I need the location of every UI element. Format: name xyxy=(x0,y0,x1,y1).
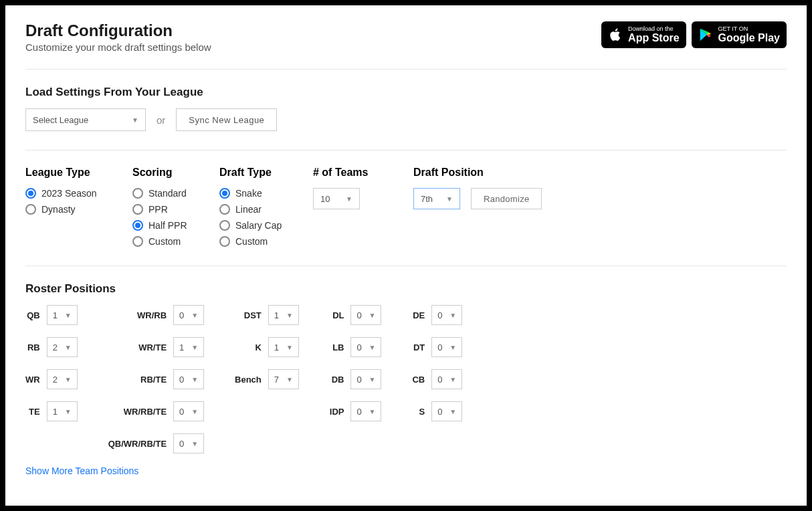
roster-select[interactable]: 2▼ xyxy=(47,337,78,357)
draft-type-option[interactable]: Snake xyxy=(219,188,293,199)
roster-label: WR/RB/TE xyxy=(124,407,167,417)
roster-select[interactable]: 7▼ xyxy=(268,369,299,389)
select-league-dropdown[interactable]: Select League ▼ xyxy=(25,108,146,131)
roster-select[interactable]: 0▼ xyxy=(431,369,462,389)
num-teams-title: # of Teams xyxy=(313,167,393,179)
draft-position-select[interactable]: 7th ▼ xyxy=(413,188,460,209)
appstore-small-text: Download on the xyxy=(628,26,679,32)
appstore-big-text: App Store xyxy=(628,32,679,44)
chevron-down-icon: ▼ xyxy=(286,376,293,383)
draft-position-col: Draft Position 7th ▼ Randomize xyxy=(413,150,542,247)
roster-select[interactable]: 1▼ xyxy=(47,305,78,325)
radio-icon xyxy=(219,188,230,199)
roster-select[interactable]: 0▼ xyxy=(350,305,381,325)
roster-item: CB0▼ xyxy=(412,369,462,389)
roster-label: CB xyxy=(412,375,425,385)
radio-icon xyxy=(25,204,36,215)
roster-label: WR xyxy=(25,375,40,385)
chevron-down-icon: ▼ xyxy=(369,312,376,319)
roster-select[interactable]: 0▼ xyxy=(173,305,204,325)
radio-label: Dynasty xyxy=(41,204,76,215)
roster-column: DL0▼LB0▼DB0▼IDP0▼ xyxy=(330,305,382,453)
radio-icon xyxy=(219,220,230,231)
randomize-button[interactable]: Randomize xyxy=(471,188,542,209)
draft-type-option[interactable]: Custom xyxy=(219,236,293,247)
roster-item: DL0▼ xyxy=(330,305,382,325)
roster-item: S0▼ xyxy=(412,401,462,421)
roster-column: DE0▼DT0▼CB0▼S0▼ xyxy=(412,305,462,453)
roster-label: DST xyxy=(244,310,262,320)
roster-label: RB xyxy=(27,342,40,352)
draft-position-title: Draft Position xyxy=(413,167,542,179)
roster-select[interactable]: 0▼ xyxy=(431,305,462,325)
draft-type-title: Draft Type xyxy=(219,167,293,179)
or-separator: or xyxy=(157,114,165,126)
roster-item: DB0▼ xyxy=(330,369,382,389)
chevron-down-icon: ▼ xyxy=(449,344,456,351)
load-settings-title: Load Settings From Your League xyxy=(25,86,787,99)
draft-type-option[interactable]: Salary Cap xyxy=(219,220,293,231)
roster-label: DL xyxy=(332,310,344,320)
roster-select[interactable]: 0▼ xyxy=(431,337,462,357)
roster-label: DB xyxy=(332,375,344,385)
sync-new-league-button[interactable]: Sync New League xyxy=(176,108,277,131)
roster-item: WR/TE1▼ xyxy=(108,337,204,357)
scoring-option[interactable]: Standard xyxy=(132,188,199,199)
chevron-down-icon: ▼ xyxy=(191,312,198,319)
app-badges: Download on the App Store GET IT ON Goog… xyxy=(601,21,787,48)
league-type-col: League Type 2023 SeasonDynasty xyxy=(25,150,112,247)
league-type-option[interactable]: 2023 Season xyxy=(25,188,112,199)
roster-select[interactable]: 0▼ xyxy=(431,401,462,421)
roster-column: QB1▼RB2▼WR2▼TE1▼ xyxy=(25,305,78,453)
league-type-option[interactable]: Dynasty xyxy=(25,204,112,215)
google-play-badge[interactable]: GET IT ON Google Play xyxy=(692,21,787,48)
roster-item: IDP0▼ xyxy=(330,401,382,421)
roster-item: DE0▼ xyxy=(412,305,462,325)
chevron-down-icon: ▼ xyxy=(369,376,376,383)
roster-label: TE xyxy=(29,407,40,417)
roster-select[interactable]: 0▼ xyxy=(173,369,204,389)
draft-type-option[interactable]: Linear xyxy=(219,204,293,215)
scoring-option[interactable]: Half PPR xyxy=(132,220,199,231)
scoring-option[interactable]: PPR xyxy=(132,204,199,215)
roster-title: Roster Positions xyxy=(25,282,787,296)
radio-label: Snake xyxy=(235,188,262,199)
load-settings-section: Load Settings From Your League Select Le… xyxy=(25,86,787,150)
header-text: Draft Configuration Customize your mock … xyxy=(25,21,211,53)
chevron-down-icon: ▼ xyxy=(132,116,138,124)
apple-icon xyxy=(608,27,623,42)
chevron-down-icon: ▼ xyxy=(191,408,198,415)
roster-label: Bench xyxy=(235,375,262,385)
show-more-positions-link[interactable]: Show More Team Positions xyxy=(25,466,138,476)
roster-select[interactable]: 2▼ xyxy=(47,369,78,389)
roster-item: TE1▼ xyxy=(25,401,78,421)
roster-item: WR/RB0▼ xyxy=(108,305,204,325)
roster-select[interactable]: 1▼ xyxy=(268,305,299,325)
roster-select[interactable]: 0▼ xyxy=(350,337,381,357)
roster-select[interactable]: 1▼ xyxy=(47,401,78,421)
roster-select[interactable]: 1▼ xyxy=(268,337,299,357)
chevron-down-icon: ▼ xyxy=(191,344,198,351)
roster-label: IDP xyxy=(330,407,344,417)
scoring-option[interactable]: Custom xyxy=(132,236,199,247)
roster-select[interactable]: 0▼ xyxy=(173,433,204,453)
radio-label: Salary Cap xyxy=(235,220,282,231)
roster-column: DST1▼K1▼Bench7▼ xyxy=(235,305,299,453)
radio-icon xyxy=(132,204,143,215)
roster-select[interactable]: 0▼ xyxy=(350,369,381,389)
draft-type-col: Draft Type SnakeLinearSalary CapCustom xyxy=(219,150,293,247)
roster-label: RB/TE xyxy=(140,375,167,385)
roster-select[interactable]: 0▼ xyxy=(173,401,204,421)
select-league-placeholder: Select League xyxy=(33,115,88,125)
roster-label: K xyxy=(255,342,261,352)
chevron-down-icon: ▼ xyxy=(446,195,453,203)
roster-label: S xyxy=(419,407,425,417)
chevron-down-icon: ▼ xyxy=(65,376,72,383)
roster-select[interactable]: 1▼ xyxy=(173,337,204,357)
radio-label: Linear xyxy=(235,204,262,215)
roster-item: RB/TE0▼ xyxy=(108,369,204,389)
scoring-title: Scoring xyxy=(132,167,199,179)
app-store-badge[interactable]: Download on the App Store xyxy=(601,21,686,48)
num-teams-select[interactable]: 10 ▼ xyxy=(313,188,360,209)
roster-select[interactable]: 0▼ xyxy=(350,401,381,421)
